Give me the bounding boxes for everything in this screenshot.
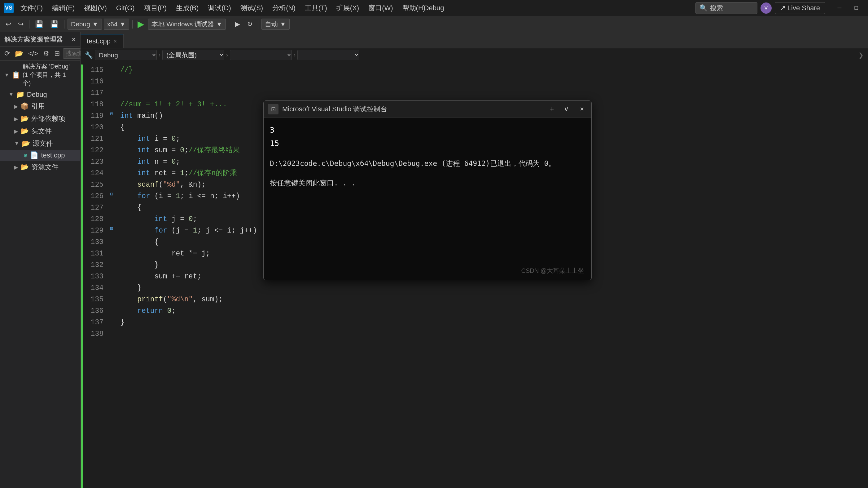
auto-dropdown[interactable]: 自动 ▼ <box>261 19 290 30</box>
tok-122-0: int <box>137 145 150 156</box>
tok-125-2: "%d" <box>163 179 180 191</box>
src-arrow: ▼ <box>14 141 19 146</box>
console-watermark: CSDN @大耳朵土土坐 <box>521 267 584 275</box>
menu-debug[interactable]: 调试(D) <box>204 2 236 15</box>
ln-134: 134 <box>83 282 103 294</box>
sidebar-sync-icon[interactable]: ⟳ <box>2 49 12 59</box>
save-button[interactable]: 💾 <box>33 19 46 29</box>
tree-test-cpp[interactable]: ⊕ 📄 test.cpp <box>0 150 80 161</box>
tok-121-3: ; <box>176 133 180 145</box>
code-line-115: //} <box>120 64 868 76</box>
tok-125-1: ( <box>159 179 163 191</box>
redo-button[interactable]: ↪ <box>16 19 26 29</box>
ln-132: 132 <box>83 259 103 271</box>
menu-tools[interactable]: 工具(T) <box>301 2 332 15</box>
line-numbers: 115 116 117 118 119 120 121 122 123 124 … <box>83 62 108 488</box>
tab-test-cpp[interactable]: test.cpp × <box>81 34 124 48</box>
sidebar-folder-icon[interactable]: 📂 <box>13 49 25 59</box>
breadcrumb-sep-2: › <box>226 52 228 58</box>
search-label: 搜索 <box>710 4 723 12</box>
breadcrumb-sep-1: › <box>159 52 160 58</box>
menu-build[interactable]: 生成(B) <box>172 2 203 15</box>
tok-133-0: sum += ret; <box>120 271 202 282</box>
collapse-119[interactable]: ⊟ <box>110 111 113 117</box>
sidebar-close-icon[interactable]: × <box>72 36 76 43</box>
menu-edit[interactable]: 编辑(E) <box>48 2 79 15</box>
ln-128: 128 <box>83 213 103 225</box>
save-all-button[interactable]: 💾 <box>48 19 61 29</box>
breadcrumb-expand-icon[interactable]: ❯ <box>859 52 864 59</box>
solution-tree: ▼ 📋 解决方案 'Debug' (1 个项目，共 1 个) ▼ 📁 Debug… <box>0 61 80 173</box>
menu-window[interactable]: 窗口(W) <box>364 2 397 15</box>
debug-icon: 📁 <box>16 90 25 98</box>
solution-arrow: ▼ <box>4 72 9 78</box>
sidebar-toolbar: ⟳ 📂 </> ⚙ ⊞ 🔍 <box>0 47 80 61</box>
tree-source-files[interactable]: ▼ 📂 源文件 <box>0 137 80 150</box>
code-line-135: printf("%d\n", sum); <box>120 294 868 306</box>
maximize-button[interactable]: □ <box>848 2 864 13</box>
scope-breadcrumb-select[interactable]: (全局范围) <box>162 50 224 60</box>
tree-references[interactable]: ▶ 📦 引用 <box>0 100 80 113</box>
menu-ext[interactable]: 扩展(X) <box>332 2 363 15</box>
window-controls: ─ □ <box>832 2 864 13</box>
window-title: Debug <box>424 4 444 12</box>
ln-130: 130 <box>83 236 103 248</box>
tree-headers[interactable]: ▶ 📂 头文件 <box>0 125 80 137</box>
ln-123: 123 <box>83 156 103 168</box>
restart-button[interactable]: ↻ <box>244 19 255 29</box>
hdr-icon: 📂 <box>21 127 29 135</box>
collapse-126[interactable]: ⊟ <box>110 191 113 197</box>
tab-close-icon[interactable]: × <box>114 38 117 45</box>
ref-icon: 📦 <box>21 102 29 110</box>
tok-121-2: 0 <box>172 133 176 145</box>
console-title-text: Microsoft Visual Studio 调试控制台 <box>282 105 543 114</box>
menu-project[interactable]: 项目(P) <box>140 2 171 15</box>
tok-132-0: } <box>120 259 159 271</box>
tree-external-deps[interactable]: ▶ 📂 外部依赖项 <box>0 113 80 125</box>
console-dropdown-button[interactable]: ∨ <box>561 104 572 114</box>
menu-test[interactable]: 测试(S) <box>236 2 267 15</box>
tok-129-3: ; j <= i; j++) <box>197 225 257 236</box>
res-label: 资源文件 <box>31 163 59 172</box>
tok-135-3: , sum); <box>193 294 223 306</box>
solution-label: 解决方案 'Debug' (1 个项目，共 1 个) <box>23 62 76 87</box>
undo-button[interactable]: ↩ <box>3 19 13 29</box>
res-arrow: ▶ <box>14 164 18 170</box>
tree-debug-project[interactable]: ▼ 📁 Debug <box>0 89 80 100</box>
config-breadcrumb-select[interactable]: Debug <box>95 50 157 60</box>
config-label: Debug <box>71 21 90 28</box>
collapse-129[interactable]: ⊟ <box>110 225 113 232</box>
menu-file[interactable]: 文件(F) <box>16 2 47 15</box>
breadcrumb-config[interactable]: 🔧 Debug <box>85 50 157 60</box>
console-close-button[interactable]: × <box>577 104 587 114</box>
code-line-137: } <box>120 317 868 328</box>
debug-arrow: ▼ <box>9 92 13 97</box>
console-new-tab-button[interactable]: + <box>547 104 557 114</box>
user-avatar[interactable]: V <box>761 2 772 13</box>
item2-breadcrumb-select[interactable] <box>298 50 359 60</box>
item-breadcrumb-select[interactable] <box>230 50 292 60</box>
sidebar-filter-icon[interactable]: ⊞ <box>52 49 62 59</box>
continue-button[interactable]: ▶ <box>232 19 243 29</box>
tok-120-0: { <box>120 122 125 133</box>
live-share-button[interactable]: ↗ Live Share <box>775 2 825 14</box>
run-button[interactable]: ▶ <box>136 19 146 29</box>
tok-125-0: scanf <box>137 179 159 191</box>
tree-solution[interactable]: ▼ 📋 解决方案 'Debug' (1 个项目，共 1 个) <box>0 61 80 89</box>
run-dropdown[interactable]: 本地 Windows 调试器 ▼ <box>148 19 226 30</box>
sidebar-settings-icon[interactable]: ⚙ <box>41 49 51 59</box>
menu-git[interactable]: Git(G) <box>112 2 139 14</box>
minimize-button[interactable]: ─ <box>832 2 847 13</box>
ln-133: 133 <box>83 271 103 282</box>
tree-resources[interactable]: ▶ 📂 资源文件 <box>0 161 80 173</box>
tok-126-0: for <box>137 191 150 202</box>
menu-view[interactable]: 视图(V) <box>80 2 111 15</box>
menu-analyze[interactable]: 分析(N) <box>268 2 300 15</box>
search-box[interactable]: 🔍 搜索 <box>695 2 757 14</box>
config-dropdown[interactable]: Debug ▼ <box>67 19 102 30</box>
sidebar-code-icon[interactable]: </> <box>26 49 40 59</box>
tok-135-sp <box>120 294 137 306</box>
tok-129-1: (j = <box>167 225 193 236</box>
tok-122-4: //保存最终结果 <box>189 145 240 156</box>
platform-dropdown[interactable]: x64 ▼ <box>104 19 129 30</box>
